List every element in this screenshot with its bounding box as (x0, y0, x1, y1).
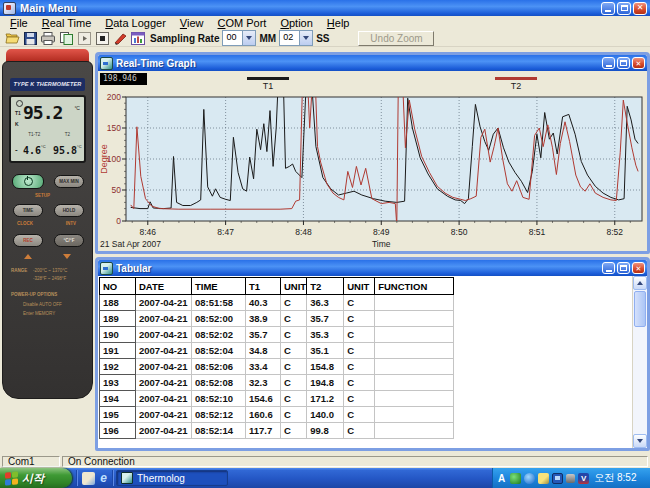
taskbar-clock[interactable]: 오전 8:52 (594, 471, 636, 485)
device-time-button: TIME (13, 204, 43, 217)
menu-help[interactable]: Help (320, 17, 357, 29)
column-header[interactable]: TIME (192, 278, 246, 295)
sampling-seconds-select[interactable]: 02 (279, 30, 313, 46)
menu-option[interactable]: Option (273, 17, 319, 29)
menu-file[interactable]: File (3, 17, 35, 29)
table-cell: 2007-04-21 (136, 375, 192, 391)
table-cell: 38.9 (246, 311, 281, 327)
column-header[interactable]: UNIT (281, 278, 307, 295)
realtime-chart[interactable]: 0501001502008:468:478:488:498:508:518:52… (98, 93, 647, 251)
sampling-minutes-select[interactable]: 00 (222, 30, 256, 46)
table-cell: 99.8 (307, 423, 344, 439)
table-cell: 35.3 (307, 327, 344, 343)
device-clock-label: CLOCK (17, 221, 33, 226)
device-hold-button: HOLD (54, 204, 84, 217)
tray-icon-notes[interactable] (538, 473, 549, 484)
tabular-window-title-bar[interactable]: Tabular ✕ (98, 260, 647, 276)
device-range-fahrenheit: -328°F ~ 2498°F (33, 276, 66, 281)
copy-button[interactable] (57, 31, 75, 46)
table-row[interactable]: 1892007-04-2108:52:0038.9C35.7C (100, 311, 454, 327)
lcd-main-value: 95.2 (23, 102, 62, 123)
chevron-down-icon[interactable] (242, 31, 255, 45)
table-cell: C (344, 311, 375, 327)
table-row[interactable]: 1952007-04-2108:52:12160.6C140.0C (100, 407, 454, 423)
erase-button[interactable] (111, 31, 129, 46)
graph-minimize-button[interactable] (602, 57, 615, 69)
table-row[interactable]: 1912007-04-2108:52:0434.8C35.1C (100, 343, 454, 359)
restore-button[interactable] (617, 2, 631, 15)
graph-maximize-button[interactable] (617, 57, 630, 69)
tabular-window-title: Tabular (116, 263, 602, 274)
column-header[interactable]: DATE (136, 278, 192, 295)
tabular-close-button[interactable]: ✕ (632, 262, 645, 274)
table-cell: 117.7 (246, 423, 281, 439)
taskbar-divider (112, 470, 113, 486)
close-button[interactable]: ✕ (633, 2, 647, 15)
device-powerup-line2: Enter MEMORY (23, 311, 55, 316)
chevron-down-icon[interactable] (299, 31, 312, 45)
realtime-graph-window: Real-Time Graph ✕ 198.946 T1 T2 05010 (95, 52, 650, 254)
show-desktop-icon[interactable] (82, 472, 95, 485)
table-cell: 2007-04-21 (136, 295, 192, 311)
close-icon: ✕ (636, 265, 642, 272)
table-header-row: NODATETIMET1UNITT2UNITFUNCTION (100, 278, 454, 295)
column-header[interactable]: T2 (307, 278, 344, 295)
tabular-minimize-button[interactable] (602, 262, 615, 274)
table-cell: C (344, 327, 375, 343)
sampling-seconds-value: 02 (280, 31, 299, 45)
taskbar-button-label: Thermolog (137, 473, 185, 484)
menu-bar: File Real Time Data Logger View COM Port… (0, 16, 650, 30)
table-row[interactable]: 1962007-04-2108:52:14117.7C99.8C (100, 423, 454, 439)
device-range-label: RANGE (11, 268, 27, 273)
graph-view-button[interactable] (129, 31, 147, 46)
scroll-down-button[interactable] (633, 434, 647, 448)
table-row[interactable]: 1902007-04-2108:52:0235.7C35.3C (100, 327, 454, 343)
legend-label-t2: T2 (493, 81, 539, 91)
menu-com-port[interactable]: COM Port (211, 17, 274, 29)
vertical-scrollbar[interactable] (632, 276, 647, 448)
taskbar-button-thermolog[interactable]: Thermolog (116, 470, 228, 486)
main-title-bar[interactable]: Main Menu ✕ (0, 0, 650, 16)
play-button[interactable] (75, 31, 93, 46)
tray-icon-display[interactable] (552, 473, 563, 484)
table-cell: 154.6 (246, 391, 281, 407)
column-header[interactable]: NO (100, 278, 136, 295)
menu-real-time[interactable]: Real Time (35, 17, 99, 29)
start-button[interactable]: 시작 (0, 468, 72, 488)
minimize-button[interactable] (601, 2, 615, 15)
print-button[interactable] (39, 31, 57, 46)
device-range-celsius: -200°C ~ 1370°C (33, 268, 67, 273)
column-header[interactable]: FUNCTION (375, 278, 454, 295)
scrollbar-thumb[interactable] (634, 291, 646, 327)
menu-data-logger[interactable]: Data Logger (98, 17, 173, 29)
table-cell (375, 359, 454, 375)
tray-icon-globe[interactable] (524, 473, 535, 484)
table-cell: 2007-04-21 (136, 343, 192, 359)
column-header[interactable]: T1 (246, 278, 281, 295)
menu-view[interactable]: View (173, 17, 211, 29)
undo-zoom-button[interactable]: Undo Zoom (358, 31, 434, 46)
tray-icon-device[interactable] (566, 474, 575, 483)
tabular-window: Tabular ✕ NODATETIMET1UNITT2UNITFUNCTION… (95, 257, 650, 451)
tray-icon-green[interactable] (510, 473, 521, 484)
stop-button[interactable] (93, 31, 111, 46)
table-row[interactable]: 1882007-04-2108:51:5840.3C36.3C (100, 295, 454, 311)
internet-explorer-icon[interactable]: e (97, 472, 110, 485)
graph-window-title-bar[interactable]: Real-Time Graph ✕ (98, 55, 647, 71)
table-row[interactable]: 1942007-04-2108:52:10154.6C171.2C (100, 391, 454, 407)
table-row[interactable]: 1932007-04-2108:52:0832.3C194.8C (100, 375, 454, 391)
save-button[interactable] (21, 31, 39, 46)
column-header[interactable]: UNIT (344, 278, 375, 295)
scroll-up-button[interactable] (633, 276, 647, 290)
lcd-sub-value: 95.8 (53, 145, 77, 156)
ime-indicator[interactable]: A (498, 473, 505, 484)
open-file-button[interactable] (3, 31, 21, 46)
table-row[interactable]: 1922007-04-2108:52:0633.4C154.8C (100, 359, 454, 375)
tabular-maximize-button[interactable] (617, 262, 630, 274)
table-cell: 192 (100, 359, 136, 375)
tray-icon-antivirus[interactable]: V (578, 473, 589, 484)
device-setup-label: SETUP (35, 193, 50, 198)
graph-close-button[interactable]: ✕ (632, 57, 645, 69)
svg-text:200: 200 (107, 93, 121, 102)
seconds-unit-label: SS (316, 33, 329, 44)
